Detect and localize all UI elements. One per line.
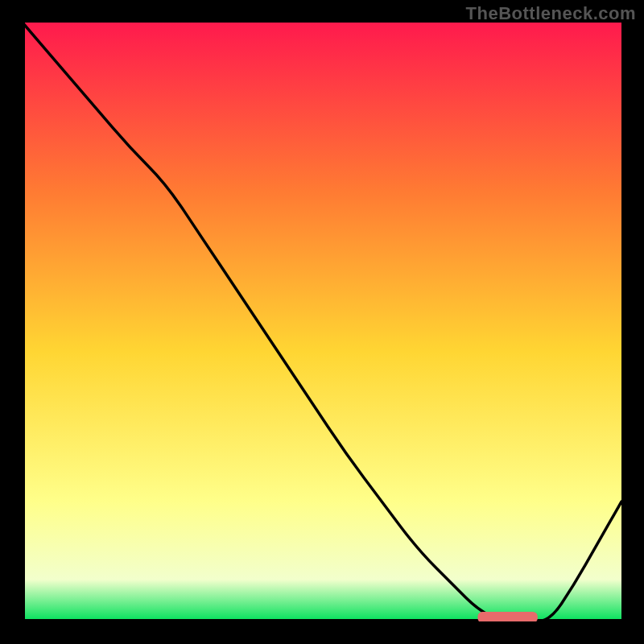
watermark-text: TheBottleneck.com [466,3,636,24]
optimal-marker [477,612,537,621]
plot-area [23,23,621,621]
chart-svg [23,23,621,621]
chart-frame: TheBottleneck.com [0,0,644,644]
gradient-background [23,23,621,621]
